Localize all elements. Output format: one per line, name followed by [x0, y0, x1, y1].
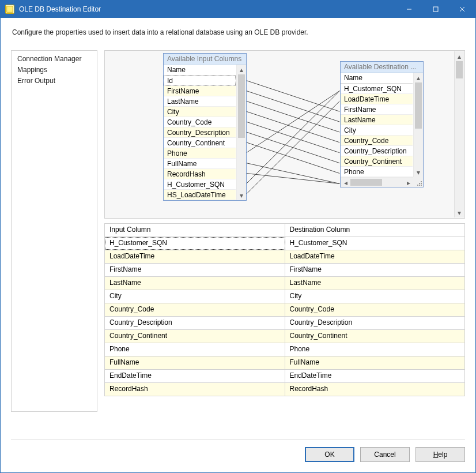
input-column-item[interactable]: City — [164, 107, 236, 117]
scroll-down-icon[interactable]: ▾ — [414, 167, 423, 177]
input-column-item[interactable]: FullName — [164, 159, 236, 169]
sidebar-item-mappings[interactable]: Mappings — [17, 65, 91, 74]
ok-button-label: OK — [324, 451, 334, 459]
grid-row[interactable]: CityCity — [105, 290, 464, 303]
grid-cell-input[interactable]: H_Customer_SQN — [105, 237, 285, 250]
input-panel-scrollbar[interactable]: ▴ ▾ — [236, 65, 246, 200]
cancel-button[interactable]: Cancel — [360, 447, 410, 462]
grid-cell-input[interactable]: FirstName — [105, 264, 285, 276]
grid-cell-input[interactable]: FullName — [105, 356, 285, 369]
available-destination-columns-panel[interactable]: Available Destination ... Name H_Custome… — [340, 61, 424, 187]
grid-row[interactable]: Country_CodeCountry_Code — [105, 303, 464, 317]
grid-cell-input[interactable]: Country_Description — [105, 317, 285, 329]
dest-column-item[interactable]: Country_Continent — [341, 156, 413, 167]
scroll-thumb[interactable] — [350, 179, 382, 186]
input-panel-header[interactable]: Name — [164, 65, 236, 76]
dest-column-item[interactable]: City — [341, 125, 413, 136]
scroll-right-icon[interactable]: ▸ — [403, 178, 413, 187]
help-button-label: Help — [433, 451, 448, 459]
input-column-item[interactable]: Country_Code — [164, 117, 236, 127]
grid-row[interactable]: H_Customer_SQNH_Customer_SQN — [105, 237, 464, 250]
grid-cell-input[interactable]: Country_Code — [105, 303, 285, 316]
grid-row[interactable]: FullNameFullName — [105, 356, 464, 370]
dest-column-item[interactable]: Country_Description — [341, 146, 413, 156]
sidebar-item-error-output[interactable]: Error Output — [17, 76, 91, 85]
resize-grip-icon[interactable] — [413, 177, 423, 187]
mapping-grid: Input Column Destination Column H_Custom… — [104, 223, 465, 396]
svg-line-5 — [247, 81, 340, 112]
input-column-item[interactable]: Phone — [164, 148, 236, 159]
grid-row[interactable]: LoadDateTimeLoadDateTime — [105, 250, 464, 264]
dest-column-item[interactable]: Country_Code — [341, 136, 413, 146]
grid-cell-dest[interactable]: LoadDateTime — [285, 250, 465, 263]
scroll-up-icon[interactable]: ▴ — [414, 73, 423, 82]
dest-column-item[interactable]: LastName — [341, 115, 413, 125]
available-input-columns-panel[interactable]: Available Input Columns Name Id FirstNam… — [163, 53, 247, 201]
grid-row[interactable]: EndDateTimeEndDateTime — [105, 370, 464, 383]
dest-panel-scrollbar-h[interactable]: ◂ ▸ — [341, 177, 413, 187]
grid-cell-input[interactable]: Phone — [105, 343, 285, 356]
grid-cell-dest[interactable]: RecordHash — [285, 383, 465, 396]
grid-cell-dest[interactable]: EndDateTime — [285, 370, 465, 382]
input-column-item[interactable]: FirstName — [164, 86, 236, 96]
ok-button[interactable]: OK — [305, 447, 354, 462]
dest-panel-header[interactable]: Name — [341, 73, 413, 84]
grid-cell-dest[interactable]: FullName — [285, 356, 465, 369]
grid-row[interactable]: LastNameLastName — [105, 277, 464, 290]
mapping-diagram[interactable]: Available Input Columns Name Id FirstNam… — [104, 50, 465, 219]
svg-line-6 — [247, 91, 340, 122]
scroll-thumb[interactable] — [238, 74, 245, 138]
grid-cell-dest[interactable]: LastName — [285, 277, 465, 290]
titlebar: OLE DB Destination Editor — [1, 1, 475, 18]
grid-row[interactable]: Country_ContinentCountry_Continent — [105, 330, 464, 343]
dest-column-item[interactable]: Phone — [341, 167, 413, 177]
grid-cell-input[interactable]: Country_Continent — [105, 330, 285, 343]
dest-column-item[interactable]: LoadDateTime — [341, 94, 413, 104]
scroll-up-icon[interactable]: ▴ — [455, 51, 464, 61]
scroll-down-icon[interactable]: ▾ — [237, 190, 246, 200]
input-column-item[interactable]: Id — [164, 76, 236, 86]
grid-cell-dest[interactable]: Phone — [285, 343, 465, 356]
grid-cell-input[interactable]: LastName — [105, 277, 285, 290]
grid-row[interactable]: FirstNameFirstName — [105, 264, 464, 277]
dest-column-item[interactable]: H_Customer_SQN — [341, 84, 413, 94]
maximize-button[interactable] — [422, 1, 449, 18]
grid-header-dest[interactable]: Destination Column — [285, 224, 465, 236]
input-column-item[interactable]: H_Customer_SQN — [164, 179, 236, 190]
sidebar-item-connection-manager[interactable]: Connection Manager — [17, 54, 91, 63]
grid-cell-dest[interactable]: Country_Description — [285, 317, 465, 329]
close-button[interactable] — [449, 1, 475, 18]
scroll-down-icon[interactable]: ▾ — [455, 208, 464, 217]
dest-panel-scrollbar-v[interactable]: ▴ ▾ — [413, 73, 423, 177]
grid-cell-dest[interactable]: Country_Code — [285, 303, 465, 316]
input-column-item[interactable]: HS_LoadDateTime — [164, 190, 236, 200]
grid-cell-dest[interactable]: FirstName — [285, 264, 465, 276]
dest-column-item[interactable]: FirstName — [341, 104, 413, 115]
scroll-thumb[interactable] — [456, 61, 463, 78]
diagram-scrollbar[interactable]: ▴ ▾ — [454, 51, 464, 217]
grid-header-input[interactable]: Input Column — [105, 224, 285, 236]
svg-line-9 — [247, 122, 340, 153]
input-column-item[interactable]: LastName — [164, 96, 236, 107]
scroll-left-icon[interactable]: ◂ — [341, 178, 350, 187]
help-button[interactable]: Help — [415, 447, 465, 462]
minimize-button[interactable] — [396, 1, 422, 18]
scroll-up-icon[interactable]: ▴ — [237, 65, 246, 74]
scroll-thumb[interactable] — [415, 82, 422, 129]
svg-rect-19 — [421, 183, 422, 184]
grid-cell-input[interactable]: RecordHash — [105, 383, 285, 396]
input-column-item[interactable]: Country_Description — [164, 127, 236, 138]
input-column-item[interactable]: Country_Continent — [164, 138, 236, 148]
input-column-item[interactable]: RecordHash — [164, 169, 236, 179]
grid-row[interactable]: PhonePhone — [105, 343, 464, 356]
grid-cell-input[interactable]: City — [105, 290, 285, 303]
grid-cell-input[interactable]: EndDateTime — [105, 370, 285, 382]
svg-line-12 — [247, 91, 340, 153]
grid-row[interactable]: Country_DescriptionCountry_Description — [105, 317, 464, 330]
svg-line-10 — [247, 132, 340, 163]
grid-cell-dest[interactable]: Country_Continent — [285, 330, 465, 343]
grid-row[interactable]: RecordHashRecordHash — [105, 383, 464, 396]
grid-cell-input[interactable]: LoadDateTime — [105, 250, 285, 263]
grid-cell-dest[interactable]: City — [285, 290, 465, 303]
grid-cell-dest[interactable]: H_Customer_SQN — [285, 237, 465, 250]
